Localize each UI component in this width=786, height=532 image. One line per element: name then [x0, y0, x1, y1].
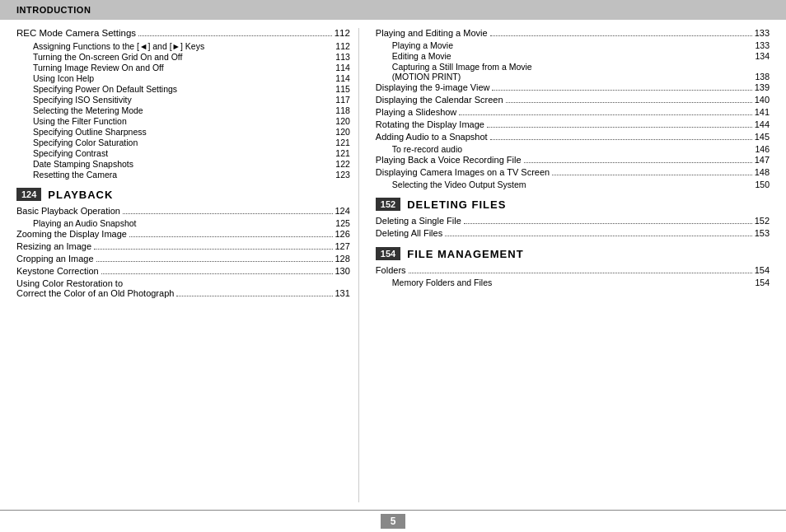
entry-title: Displaying the 9-image View: [376, 82, 490, 92]
sub-entry-title: To re-record audio: [392, 144, 462, 154]
header-title: INTRODUCTION: [16, 5, 91, 15]
entry-title: Resizing an Image: [16, 241, 91, 251]
sub-entry-title: Specifying Color Saturation: [33, 138, 138, 147]
sub-entry-title: Assigning Functions to the [◄] and [►] K…: [33, 41, 204, 51]
sub-entry-page: 121: [335, 148, 350, 158]
entry-page: 127: [335, 241, 350, 251]
sub-entry-page: 133: [755, 40, 770, 50]
entry-title: Correct the Color of an Old Photograph: [16, 288, 174, 298]
list-item: Selecting the Metering Mode 118: [33, 105, 350, 115]
sub-entry-page: 134: [755, 51, 770, 61]
playback-section-header: 124 PLAYBACK: [16, 188, 350, 201]
sub-entry-title: Specifying ISO Sensitivity: [33, 95, 132, 105]
entry-title: Folders: [376, 265, 406, 275]
entry-page: 153: [755, 228, 770, 238]
sub-entry-page: 120: [335, 127, 350, 137]
left-column: REC Mode Camera Settings 112 Assigning F…: [16, 28, 359, 502]
rec-title: REC Mode Camera Settings: [16, 28, 136, 38]
entry-page: 145: [755, 132, 770, 142]
entry-title: Deleting All Files: [376, 228, 442, 238]
list-item: Playing a Slideshow 141: [376, 107, 770, 118]
list-item: Specifying Power On Default Settings 115: [33, 84, 350, 94]
sub-entry-page: 113: [335, 52, 350, 62]
footer-line-left: [16, 521, 381, 522]
sub-entry-page: 121: [335, 138, 350, 147]
page-container: INTRODUCTION REC Mode Camera Settings 11…: [0, 0, 786, 532]
list-item: Selecting the Video Output System 150: [392, 180, 770, 189]
entry-line2-row: Correct the Color of an Old Photograph 1…: [16, 288, 350, 299]
list-item: Playing a Movie 133: [392, 40, 770, 50]
list-item: Displaying the 9-image View 139: [376, 82, 770, 93]
sub-entry-page: 138: [755, 72, 770, 82]
entry-page: 154: [755, 265, 770, 275]
list-item: Editing a Movie 134: [392, 51, 770, 61]
entry-page: 141: [755, 107, 770, 117]
sub-entry-page: 112: [335, 41, 350, 51]
list-item: Cropping an Image 128: [16, 254, 350, 264]
sub-entry-title: Date Stamping Snapshots: [33, 159, 133, 169]
entry-title: Playing and Editing a Movie: [376, 28, 488, 38]
list-item: Displaying Camera Images on a TV Screen …: [376, 167, 770, 178]
sub-entry-page: 123: [335, 170, 350, 180]
rec-section-header: REC Mode Camera Settings 112: [16, 28, 350, 39]
list-item: Deleting a Single File 152: [376, 216, 770, 226]
sub-entry-page: 122: [335, 159, 350, 169]
sub-entry-page: 118: [335, 105, 350, 115]
sub-entry-page: 125: [335, 218, 350, 228]
entry-line1: Using Color Restoration to: [16, 278, 350, 288]
list-item: Resizing an Image 127: [16, 241, 350, 252]
entry-title: Rotating the Display Image: [376, 119, 484, 129]
entry-page: 152: [755, 216, 770, 226]
list-item: Specifying Outline Sharpness 120: [33, 127, 350, 137]
sub-entry-title: Selecting the Video Output System: [392, 180, 526, 189]
sub-entry-title: Editing a Movie: [392, 51, 451, 61]
entry-page: 144: [755, 119, 770, 129]
sub-entry-page: 120: [335, 116, 350, 126]
sub-entry-title: Selecting the Metering Mode: [33, 105, 143, 115]
deleting-number: 152: [376, 198, 400, 211]
entry-title: Cropping an Image: [16, 254, 94, 264]
entry-page: 128: [335, 254, 350, 264]
entry-title: Deleting a Single File: [376, 216, 461, 226]
list-item: Playing and Editing a Movie 133: [376, 28, 770, 39]
list-item: Specifying ISO Sensitivity 117: [33, 95, 350, 105]
list-item: Zooming the Display Image 126: [16, 229, 350, 240]
list-item: Using the Filter Function 120: [33, 116, 350, 126]
list-item: Playing an Audio Snapshot 125: [33, 218, 350, 228]
right-column: Playing and Editing a Movie 133 Playing …: [367, 28, 770, 502]
list-item: Assigning Functions to the [◄] and [►] K…: [33, 41, 350, 51]
header-bar: INTRODUCTION: [0, 0, 786, 20]
sub-entry-title: Specifying Contrast: [33, 148, 108, 158]
list-item: Memory Folders and Files 154: [392, 278, 770, 287]
entry-page: 124: [335, 206, 350, 216]
entry-title: Adding Audio to a Snapshot: [376, 132, 488, 142]
entry-page: 140: [755, 95, 770, 105]
file-mgmt-title: FILE MANAGEMENT: [407, 248, 523, 260]
list-item: Folders 154: [376, 265, 770, 276]
entry-page: 126: [335, 229, 350, 239]
file-mgmt-number: 154: [376, 247, 400, 260]
sub-entry-title: Turning Image Review On and Off: [33, 63, 164, 72]
entry-page: 147: [755, 155, 770, 165]
entry-title: Playing Back a Voice Recording File: [376, 155, 522, 165]
sub-entry-page: 150: [755, 180, 770, 189]
sub-entry-line1: Capturing a Still Image from a Movie: [392, 62, 770, 72]
list-item: Playing Back a Voice Recording File 147: [376, 155, 770, 166]
list-item: Turning the On-screen Grid On and Off 11…: [33, 52, 350, 62]
sub-entry-title: Memory Folders and Files: [392, 278, 492, 287]
list-item: Displaying the Calendar Screen 140: [376, 95, 770, 105]
list-item: To re-record audio 146: [392, 144, 770, 154]
footer: 5: [0, 510, 786, 532]
entry-page: 148: [755, 167, 770, 177]
file-mgmt-section-header: 154 FILE MANAGEMENT: [376, 247, 770, 260]
sub-entry-title: Playing an Audio Snapshot: [33, 218, 137, 228]
sub-entry-page: 115: [335, 84, 350, 94]
list-item: Deleting All Files 153: [376, 228, 770, 239]
sub-entry-page: 146: [755, 144, 770, 154]
sub-entry-title: Using Icon Help: [33, 73, 94, 83]
list-item: Capturing a Still Image from a Movie (MO…: [392, 62, 770, 82]
entry-title: Basic Playback Operation: [16, 206, 120, 216]
sub-entry-title: Resetting the Camera: [33, 170, 117, 180]
sub-entry-title: Playing a Movie: [392, 40, 453, 50]
sub-entry-page: 154: [755, 278, 770, 287]
